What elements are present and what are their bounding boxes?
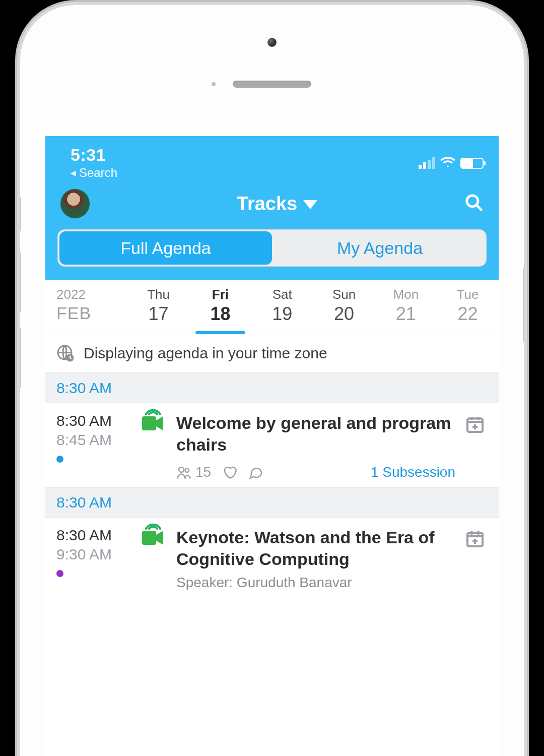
track-color-dot bbox=[56, 570, 63, 577]
phone-power-button bbox=[523, 267, 524, 343]
page-title: Tracks bbox=[237, 193, 297, 215]
status-time: 5:31 bbox=[71, 145, 117, 165]
subsession-link[interactable]: 1 Subsession bbox=[275, 464, 455, 480]
video-camera-icon bbox=[141, 413, 167, 435]
heart-icon bbox=[222, 465, 237, 480]
calendar-add-icon bbox=[464, 529, 486, 549]
track-color-dot bbox=[56, 456, 63, 463]
date-year: 2022 bbox=[56, 287, 127, 302]
tab-my-agenda[interactable]: My Agenda bbox=[274, 230, 486, 266]
date-day-fri[interactable]: Fri 18 bbox=[189, 280, 251, 334]
session-row[interactable]: 8:30 AM 9:30 AM Keynote: Watson and the … bbox=[45, 518, 499, 598]
calendar-add-icon bbox=[464, 414, 486, 434]
phone-frame: 5:31 Search Tra bbox=[20, 5, 524, 756]
session-start-time: 8:30 AM bbox=[56, 527, 132, 544]
section-time-header: 8:30 AM bbox=[45, 373, 499, 403]
session-row[interactable]: 8:30 AM 8:45 AM Welcome by general and p… bbox=[45, 403, 499, 487]
like-button[interactable] bbox=[222, 465, 237, 480]
svg-line-1 bbox=[477, 206, 482, 211]
date-day-sun[interactable]: Sun 20 bbox=[313, 280, 375, 334]
phone-camera bbox=[267, 38, 277, 47]
attendees-count[interactable]: 15 bbox=[176, 464, 211, 480]
agenda-segmented-control: Full Agenda My Agenda bbox=[57, 229, 487, 267]
wifi-icon bbox=[440, 156, 455, 170]
search-button[interactable] bbox=[464, 193, 484, 214]
chevron-down-icon bbox=[303, 200, 317, 209]
add-to-calendar-button[interactable] bbox=[464, 414, 490, 436]
session-speaker: Speaker: Guruduth Banavar bbox=[176, 575, 455, 591]
phone-volume-up bbox=[20, 252, 21, 312]
tab-full-agenda[interactable]: Full Agenda bbox=[59, 231, 272, 265]
phone-speaker bbox=[233, 81, 311, 88]
session-type-icon bbox=[141, 527, 167, 550]
session-start-time: 8:30 AM bbox=[56, 412, 132, 429]
session-end-time: 9:30 AM bbox=[56, 546, 132, 563]
cellular-signal-icon bbox=[419, 158, 435, 169]
svg-rect-4 bbox=[142, 416, 156, 430]
app-screen: 5:31 Search Tra bbox=[45, 136, 499, 756]
session-title: Keynote: Watson and the Era of Cognitive… bbox=[176, 527, 455, 570]
session-times: 8:30 AM 9:30 AM bbox=[56, 527, 132, 577]
date-day-thu[interactable]: Thu 17 bbox=[127, 280, 189, 334]
svg-point-0 bbox=[467, 196, 478, 207]
comment-button[interactable] bbox=[248, 465, 263, 480]
globe-clock-icon bbox=[56, 344, 75, 362]
phone-volume-down bbox=[20, 328, 21, 388]
app-header: 5:31 Search Tra bbox=[45, 136, 499, 280]
back-to-search-label: Search bbox=[79, 166, 117, 180]
session-end-time: 8:45 AM bbox=[56, 431, 132, 449]
svg-point-6 bbox=[185, 469, 189, 473]
phone-proximity-dot bbox=[212, 82, 216, 86]
people-icon bbox=[176, 465, 191, 480]
tracks-dropdown[interactable]: Tracks bbox=[237, 193, 317, 215]
date-month: FEB bbox=[56, 303, 127, 323]
session-times: 8:30 AM 8:45 AM bbox=[56, 412, 132, 463]
phone-mute-switch bbox=[20, 197, 21, 232]
date-strip[interactable]: 2022 FEB Thu 17 Fri 18 Sat 19 Sun 20 Mon… bbox=[45, 280, 499, 334]
timezone-text: Displaying agenda in your time zone bbox=[84, 345, 327, 362]
back-to-search[interactable]: Search bbox=[71, 166, 117, 180]
battery-icon bbox=[460, 158, 484, 169]
date-day-tue[interactable]: Tue 22 bbox=[437, 280, 499, 334]
search-icon bbox=[464, 193, 484, 212]
section-time-header: 8:30 AM bbox=[45, 487, 499, 518]
timezone-banner[interactable]: Displaying agenda in your time zone bbox=[45, 334, 499, 373]
profile-avatar[interactable] bbox=[60, 189, 90, 218]
date-day-mon[interactable]: Mon 21 bbox=[375, 280, 437, 334]
chat-bubble-icon bbox=[248, 465, 263, 480]
date-day-sat[interactable]: Sat 19 bbox=[251, 280, 313, 334]
date-month-year: 2022 FEB bbox=[45, 280, 127, 334]
session-type-icon bbox=[141, 412, 167, 435]
phone-bezel-top bbox=[20, 5, 524, 136]
svg-point-5 bbox=[179, 467, 184, 472]
video-camera-icon bbox=[141, 528, 167, 550]
status-bar: 5:31 Search bbox=[45, 136, 499, 180]
add-to-calendar-button[interactable] bbox=[464, 529, 490, 551]
svg-rect-8 bbox=[142, 531, 156, 545]
session-title: Welcome by general and program chairs bbox=[176, 412, 455, 455]
